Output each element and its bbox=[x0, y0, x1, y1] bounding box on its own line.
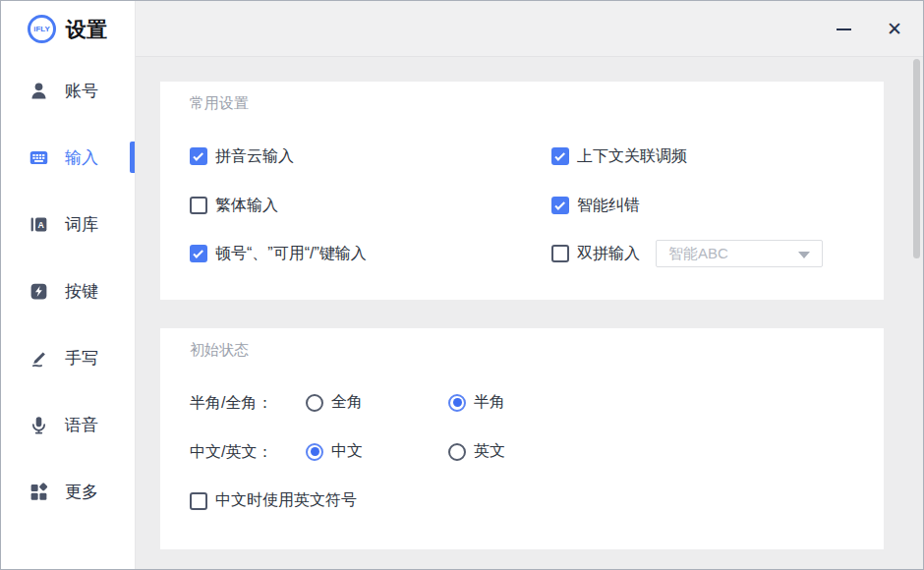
sidebar-item-handwriting[interactable]: 手写 bbox=[1, 324, 135, 391]
radio[interactable] bbox=[448, 443, 466, 461]
halfwidth-fullwidth-row: 半角/全角： 全角 半角 bbox=[190, 392, 854, 416]
sidebar-nav: 账号 输入 A 词库 bbox=[1, 57, 135, 525]
radio-english[interactable]: 英文 bbox=[448, 441, 505, 462]
checkbox[interactable] bbox=[551, 147, 569, 165]
sidebar-item-voice[interactable]: 语音 bbox=[1, 391, 135, 458]
chinese-english-row: 中文/英文： 中文 英文 bbox=[190, 441, 854, 465]
check-icon bbox=[193, 248, 203, 258]
radio-label: 中文 bbox=[331, 441, 363, 462]
keyboard-icon bbox=[29, 147, 49, 168]
app-brand: iFLY 设置 bbox=[1, 1, 135, 57]
radio-label: 半角 bbox=[474, 392, 505, 413]
radio[interactable] bbox=[306, 394, 323, 412]
section-title: 初始状态 bbox=[190, 341, 249, 360]
option-smart-correction[interactable]: 智能纠错 bbox=[551, 194, 640, 217]
page-title: 设置 bbox=[66, 16, 107, 43]
radio-chinese[interactable]: 中文 bbox=[306, 441, 363, 462]
radio[interactable] bbox=[306, 443, 323, 461]
scrollbar-thumb[interactable] bbox=[913, 59, 920, 258]
pen-icon bbox=[29, 348, 49, 369]
user-icon bbox=[29, 81, 49, 101]
option-label: 顿号“、”可用“/”键输入 bbox=[215, 244, 367, 264]
minimize-icon bbox=[837, 28, 851, 30]
option-shuangpin[interactable]: 双拼输入 智能ABC bbox=[551, 240, 823, 267]
option-english-symbols[interactable]: 中文时使用英文符号 bbox=[190, 490, 357, 511]
option-context-tuning[interactable]: 上下文关联调频 bbox=[551, 144, 687, 168]
close-icon: ✕ bbox=[887, 18, 902, 40]
ifly-logo-icon: iFLY bbox=[28, 15, 56, 43]
close-button[interactable]: ✕ bbox=[880, 15, 909, 44]
option-dun-hao-slash[interactable]: 顿号“、”可用“/”键输入 bbox=[190, 240, 367, 267]
radio-label: 全角 bbox=[331, 392, 363, 413]
window-controls: ✕ bbox=[829, 1, 909, 57]
option-label: 智能纠错 bbox=[577, 196, 640, 216]
sidebar-item-input[interactable]: 输入 bbox=[1, 124, 135, 191]
sidebar-item-label: 更多 bbox=[65, 481, 98, 503]
checkbox[interactable] bbox=[551, 197, 569, 214]
selected-scheme: 智能ABC bbox=[668, 245, 728, 263]
sidebar-item-more[interactable]: 更多 bbox=[1, 458, 135, 525]
settings-window: iFLY 设置 账号 输入 bbox=[0, 0, 924, 570]
sidebar-item-account[interactable]: 账号 bbox=[1, 57, 135, 124]
chevron-down-icon bbox=[798, 252, 810, 258]
option-traditional[interactable]: 繁体输入 bbox=[190, 194, 278, 217]
sidebar-item-label: 按键 bbox=[65, 280, 98, 303]
initial-state-card: 初始状态 半角/全角： 全角 半角 中文/英文： 中文 bbox=[160, 328, 884, 549]
sidebar-item-label: 账号 bbox=[65, 80, 98, 102]
option-label: 繁体输入 bbox=[215, 196, 278, 216]
sidebar-item-label: 语音 bbox=[65, 414, 98, 436]
check-icon bbox=[554, 150, 565, 161]
common-settings-card: 常用设置 拼音云输入 上下文关联调频 繁体输入 智能纠错 顿号“、”可用“/”键… bbox=[160, 82, 884, 300]
option-label: 双拼输入 bbox=[577, 244, 640, 264]
titlebar: ✕ bbox=[136, 1, 923, 57]
section-title: 常用设置 bbox=[190, 94, 249, 113]
sidebar-item-keys[interactable]: 按键 bbox=[1, 257, 135, 324]
radio-dot-icon bbox=[311, 447, 319, 456]
check-icon bbox=[554, 200, 565, 210]
row-label: 中文/英文： bbox=[190, 442, 272, 463]
radio-label: 英文 bbox=[474, 441, 505, 462]
shuangpin-scheme-select[interactable]: 智能ABC bbox=[656, 240, 823, 267]
sidebar-item-dictionary[interactable]: A 词库 bbox=[1, 191, 135, 257]
english-symbols-row: 中文时使用英文符号 bbox=[190, 490, 854, 514]
main-content: 常用设置 拼音云输入 上下文关联调频 繁体输入 智能纠错 顿号“、”可用“/”键… bbox=[136, 57, 923, 569]
sidebar: iFLY 设置 账号 输入 bbox=[1, 1, 136, 569]
microphone-icon bbox=[29, 415, 49, 435]
radio-dot-icon bbox=[453, 398, 462, 407]
key-bolt-icon bbox=[29, 281, 49, 302]
radio-fullwidth[interactable]: 全角 bbox=[306, 392, 363, 413]
option-label: 上下文关联调频 bbox=[577, 146, 687, 167]
option-label: 拼音云输入 bbox=[215, 146, 294, 167]
checkbox[interactable] bbox=[190, 492, 207, 510]
minimize-button[interactable] bbox=[829, 15, 858, 44]
radio-halfwidth[interactable]: 半角 bbox=[448, 392, 505, 413]
sidebar-item-label: 词库 bbox=[65, 213, 98, 236]
sidebar-item-label: 输入 bbox=[65, 146, 98, 169]
radio[interactable] bbox=[448, 394, 466, 412]
dictionary-icon: A bbox=[29, 214, 49, 235]
check-icon bbox=[193, 150, 203, 161]
sidebar-item-label: 手写 bbox=[65, 347, 98, 370]
checkbox[interactable] bbox=[190, 197, 207, 214]
checkbox[interactable] bbox=[551, 245, 569, 262]
svg-text:A: A bbox=[38, 220, 45, 230]
checkbox[interactable] bbox=[190, 147, 207, 165]
row-label: 半角/全角： bbox=[190, 393, 272, 414]
option-pinyin-cloud[interactable]: 拼音云输入 bbox=[190, 144, 294, 168]
option-label: 中文时使用英文符号 bbox=[215, 490, 357, 511]
more-grid-icon bbox=[29, 482, 49, 502]
checkbox[interactable] bbox=[190, 245, 207, 262]
